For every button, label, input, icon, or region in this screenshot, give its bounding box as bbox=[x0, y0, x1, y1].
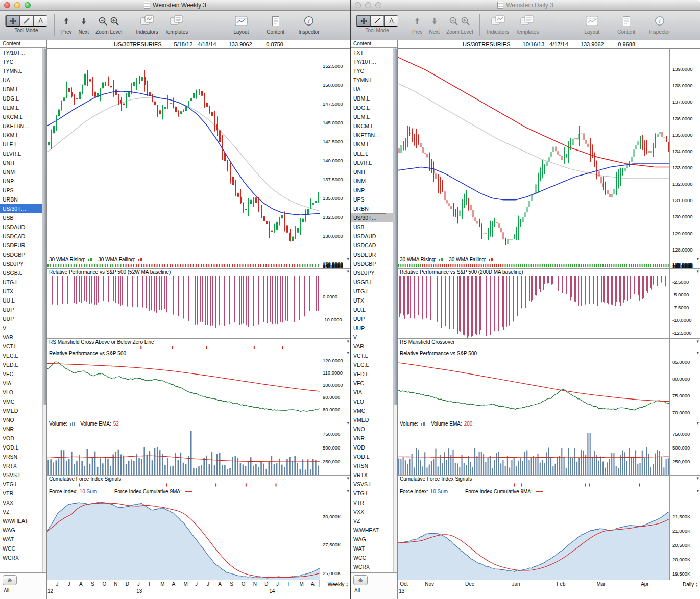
zoom-in-button[interactable] bbox=[110, 16, 119, 26]
sidebar-item[interactable]: VSVS.L bbox=[351, 480, 393, 489]
panel-disclosure-arrow[interactable]: ▾ bbox=[347, 269, 349, 274]
sidebar-item[interactable]: TY/10T… bbox=[351, 57, 393, 66]
indicators-button[interactable] bbox=[491, 13, 505, 29]
sidebar-item[interactable]: USDAUD bbox=[0, 222, 42, 232]
inspector-button[interactable]: i bbox=[304, 13, 314, 29]
panel-disclosure-arrow[interactable]: ▾ bbox=[347, 351, 349, 355]
panel-disclosure-arrow[interactable]: ▾ bbox=[696, 476, 699, 481]
minimize-button[interactable] bbox=[365, 2, 371, 8]
sidebar-item[interactable]: W/WHEAT bbox=[351, 526, 393, 535]
sidebar-item[interactable]: ULE.L bbox=[351, 149, 393, 158]
move-tool-button[interactable] bbox=[356, 15, 370, 27]
sidebar-item[interactable]: UDG.L bbox=[351, 103, 393, 112]
sidebar-item[interactable]: UBM.L bbox=[0, 85, 42, 94]
inspector-button[interactable]: i bbox=[655, 13, 665, 29]
sidebar-item[interactable]: VFC bbox=[351, 379, 393, 388]
sidebar-item[interactable]: UKFTBN… bbox=[351, 131, 393, 140]
sidebar-item[interactable]: VIA bbox=[351, 388, 393, 397]
content-button[interactable] bbox=[622, 13, 631, 29]
sidebar-item[interactable]: VRTX bbox=[0, 461, 42, 470]
sidebar-item[interactable]: USB bbox=[351, 222, 393, 232]
sidebar-item[interactable]: UNH bbox=[351, 167, 393, 177]
sidebar-item[interactable]: TYMN.L bbox=[0, 66, 42, 76]
sidebar-item[interactable]: USDJPY bbox=[0, 259, 42, 268]
sidebar-item[interactable]: VAR bbox=[0, 333, 42, 342]
sidebar-item[interactable]: ULVR.L bbox=[351, 158, 393, 167]
layout-button[interactable] bbox=[235, 13, 248, 29]
mansfield-signal-canvas[interactable] bbox=[398, 345, 669, 350]
sidebar-item[interactable]: UUP bbox=[351, 314, 393, 323]
price-chart-canvas[interactable] bbox=[398, 49, 669, 256]
sidebar-item[interactable]: VLO bbox=[0, 388, 42, 397]
panel-disclosure-arrow[interactable]: ▾ bbox=[347, 476, 349, 481]
sidebar-item[interactable]: USDAUD bbox=[351, 232, 393, 241]
panel-disclosure-arrow[interactable]: ▾ bbox=[347, 339, 349, 344]
templates-button[interactable] bbox=[170, 13, 183, 29]
line-tool-button[interactable] bbox=[19, 15, 33, 27]
sidebar-item[interactable]: ULVR.L bbox=[0, 149, 42, 158]
sidebar-item[interactable]: UTX bbox=[351, 296, 393, 305]
sidebar-item[interactable]: UUP bbox=[0, 305, 42, 314]
panel-disclosure-arrow[interactable]: ▾ bbox=[696, 257, 699, 261]
sidebar-item[interactable]: UPS bbox=[351, 195, 393, 204]
sidebar-item[interactable]: VEC.L bbox=[0, 351, 42, 360]
indicators-button[interactable] bbox=[140, 13, 154, 29]
sidebar-item[interactable]: VRSN bbox=[0, 452, 42, 461]
volume-canvas[interactable] bbox=[398, 427, 669, 475]
sidebar-item[interactable]: TY/10T… bbox=[0, 48, 42, 57]
sidebar-item[interactable]: USGB.L bbox=[0, 268, 42, 278]
force-index-canvas[interactable] bbox=[47, 495, 320, 580]
sidebar-item[interactable]: UA bbox=[351, 85, 393, 94]
sidebar-content-tab[interactable]: Content bbox=[351, 40, 397, 48]
sidebar-item[interactable]: UTX bbox=[0, 287, 42, 296]
force-index-canvas[interactable] bbox=[398, 495, 669, 580]
panel-disclosure-arrow[interactable]: ▾ bbox=[696, 269, 699, 274]
sidebar-item[interactable]: V bbox=[351, 333, 393, 342]
sidebar-content-tab[interactable]: Content bbox=[0, 40, 46, 48]
sidebar-item[interactable]: VAR bbox=[351, 342, 393, 351]
sidebar-item[interactable]: VMED bbox=[351, 415, 393, 425]
scrollbar-thumb[interactable] bbox=[394, 48, 397, 405]
close-button[interactable] bbox=[4, 2, 10, 8]
sidebar-scrollbar[interactable] bbox=[393, 48, 397, 572]
wma-trend-strip-canvas[interactable] bbox=[47, 263, 320, 268]
sidebar-scrollbar[interactable] bbox=[42, 48, 46, 572]
sidebar-item[interactable]: VMC bbox=[351, 406, 393, 415]
content-button[interactable] bbox=[272, 13, 280, 29]
zoom-out-button[interactable] bbox=[98, 16, 108, 26]
layout-button[interactable] bbox=[586, 13, 598, 29]
sidebar-item[interactable]: UTG.L bbox=[351, 287, 393, 296]
sidebar-item[interactable]: WCRX bbox=[0, 553, 42, 562]
sidebar-item[interactable]: USGB.L bbox=[351, 278, 393, 287]
sidebar-item[interactable]: UKFTBN… bbox=[0, 121, 42, 131]
sidebar-item[interactable]: WAG bbox=[351, 535, 393, 544]
sidebar-item[interactable]: USDGBP bbox=[351, 259, 393, 268]
sidebar-item[interactable]: TXT bbox=[351, 48, 393, 57]
window-titlebar[interactable]: Weinstein Weekly 3 bbox=[0, 0, 350, 11]
sidebar-item[interactable]: WAT bbox=[351, 544, 393, 553]
sidebar-item[interactable]: VRSN bbox=[351, 461, 393, 470]
sidebar-item[interactable]: UNP bbox=[0, 177, 42, 186]
sidebar-item[interactable]: UEM.L bbox=[0, 103, 42, 112]
sidebar-item[interactable]: USDGBP bbox=[0, 250, 42, 259]
sidebar-item[interactable]: UEM.L bbox=[351, 112, 393, 121]
sidebar-item[interactable]: VED.L bbox=[351, 369, 393, 379]
sidebar-item[interactable]: WCC bbox=[0, 544, 42, 553]
sidebar-item[interactable]: UKM.L bbox=[351, 140, 393, 149]
sidebar-item[interactable]: VOD bbox=[351, 443, 393, 452]
sidebar-item[interactable]: V bbox=[0, 323, 42, 333]
sidebar-item[interactable]: WAG bbox=[0, 526, 42, 535]
period-popup[interactable]: Daily ▴▾ bbox=[683, 582, 697, 587]
sidebar-item[interactable]: UKM.L bbox=[0, 131, 42, 140]
sidebar-item[interactable]: UTG.L bbox=[0, 278, 42, 287]
sidebar-item[interactable]: VCT.L bbox=[351, 351, 393, 360]
sidebar-item[interactable]: USDEUR bbox=[351, 250, 393, 259]
wma-trend-strip-canvas[interactable] bbox=[398, 263, 669, 268]
sidebar-item[interactable]: VTR bbox=[351, 498, 393, 507]
sidebar-item[interactable]: US/30T… bbox=[351, 213, 393, 222]
sidebar-item[interactable]: UDG.L bbox=[0, 94, 42, 103]
sidebar-item[interactable]: VXX bbox=[351, 507, 393, 516]
panel-disclosure-arrow[interactable]: ▾ bbox=[696, 489, 699, 493]
sidebar-item[interactable]: TYC bbox=[351, 66, 393, 76]
panel-disclosure-arrow[interactable]: ▾ bbox=[347, 257, 349, 261]
